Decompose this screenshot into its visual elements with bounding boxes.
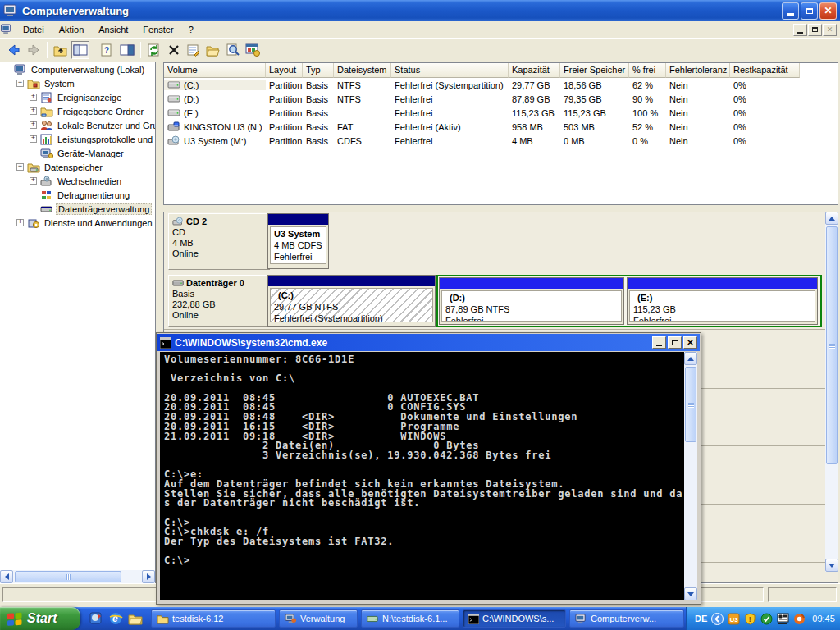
scroll-right-button[interactable] (142, 570, 155, 583)
scroll-up-button[interactable] (825, 212, 838, 225)
expand-expander[interactable]: + (30, 121, 37, 129)
column-header-kapazitaet[interactable]: Kapazität (509, 63, 560, 78)
tree-item-services[interactable]: + Dienste und Anwendungen (0, 216, 155, 230)
tree-item-event-viewer[interactable]: + Ereignisanzeige (0, 90, 155, 104)
tree-item-defrag[interactable]: Defragmentierung (0, 188, 155, 202)
application-icon[interactable] (89, 611, 103, 626)
refresh-button[interactable] (145, 41, 163, 59)
partition-block-d[interactable]: (D:) 87,89 GB NTFS Fehlerfrei (439, 277, 624, 325)
properties-button[interactable] (185, 41, 203, 59)
disk-settings-button[interactable] (244, 41, 262, 59)
child-restore-button[interactable] (808, 24, 822, 36)
scroll-down-button[interactable] (825, 559, 838, 572)
show-tree-button[interactable] (71, 41, 89, 59)
scroll-up-button[interactable] (684, 352, 697, 365)
scrollbar-thumb[interactable] (826, 226, 838, 464)
show-pane-button[interactable] (118, 41, 136, 59)
network-adapter-icon[interactable] (777, 613, 789, 625)
scrollbar-thumb[interactable] (685, 367, 696, 442)
column-header-fehlertoleranz[interactable]: Fehlertoleranz (666, 63, 730, 78)
scroll-left-button[interactable] (0, 570, 13, 583)
open-folder-button[interactable] (204, 41, 222, 59)
collapse-expander[interactable]: − (16, 80, 24, 87)
partition-block-c[interactable]: (C:) 29,77 GB NTFS Fehlerfrei (Systempar… (267, 275, 436, 327)
updater-ring-icon[interactable] (793, 613, 806, 625)
scrollbar-thumb[interactable] (15, 571, 121, 582)
minimize-button[interactable] (782, 2, 799, 20)
start-button[interactable]: Start (0, 607, 80, 630)
back-button[interactable] (5, 41, 23, 59)
pane-splitter[interactable] (163, 205, 838, 212)
table-row[interactable]: (D:) Partition Basis NTFS Fehlerfrei 87,… (164, 92, 838, 106)
tree-item-performance-logs[interactable]: + Leistungsprotokolle und Warnungen (0, 132, 155, 146)
column-header-restkapazitaet[interactable]: Restkapazität (730, 63, 792, 78)
tree-horizontal-scrollbar[interactable] (0, 570, 155, 583)
taskbar-button-verwaltung[interactable]: Verwaltung (279, 609, 358, 628)
expand-expander[interactable]: + (30, 107, 37, 115)
column-header-freier-speicher[interactable]: Freier Speicher (560, 63, 629, 78)
menu-ansicht[interactable]: Ansicht (91, 22, 135, 37)
menu-help[interactable]: ? (181, 22, 201, 37)
tree-item-system[interactable]: − System (0, 76, 155, 90)
security-shield-icon[interactable]: ! (744, 613, 756, 625)
collapse-expander[interactable]: − (16, 163, 24, 171)
expand-expander[interactable]: + (16, 219, 24, 226)
restore-button[interactable] (801, 2, 818, 20)
cmd-maximize-button[interactable] (668, 336, 682, 349)
tree-item-device-manager[interactable]: Geräte-Manager (0, 146, 155, 160)
tree-item-shared-folders[interactable]: + Freigegebene Ordner (0, 104, 155, 118)
expand-expander[interactable]: + (30, 135, 37, 143)
table-row[interactable]: KINGSTON U3 (N:) Partition Basis FAT Feh… (164, 120, 838, 134)
cmd-vertical-scrollbar[interactable] (684, 352, 697, 600)
tree-item-removable-media[interactable]: + Wechselmedien (0, 174, 155, 188)
column-header-volume[interactable]: Volume (164, 63, 266, 78)
view-button[interactable] (224, 41, 242, 59)
taskbar-button-testdisk-n[interactable]: N:\testdisk-6.1... (361, 609, 459, 628)
tree-item-local-users[interactable]: + Lokale Benutzer und Gruppen (0, 118, 155, 132)
cmd-titlebar[interactable]: C:\WINDOWS\system32\cmd.exe ✕ (158, 334, 700, 351)
menu-datei[interactable]: Datei (16, 22, 52, 37)
tree-item-disk-management[interactable]: Datenträgerverwaltung (0, 202, 155, 216)
delete-button[interactable] (165, 41, 183, 59)
column-header-dateisystem[interactable]: Dateisystem (334, 63, 391, 78)
antivirus-check-icon[interactable] (760, 613, 773, 625)
internet-explorer-icon[interactable]: e (108, 611, 123, 626)
expand-expander[interactable]: + (30, 94, 37, 101)
cmd-close-button[interactable]: ✕ (683, 336, 697, 349)
column-header-status[interactable]: Status (391, 63, 509, 78)
menu-aktion[interactable]: Aktion (52, 22, 92, 37)
table-row[interactable]: (E:) Partition Basis Fehlerfrei 115,23 G… (164, 106, 838, 120)
scroll-down-button[interactable] (684, 587, 697, 600)
tree-item-computer-management[interactable]: Computerverwaltung (Lokal) (0, 62, 155, 76)
forward-button[interactable] (25, 41, 43, 59)
child-close-button[interactable]: ✕ (823, 24, 837, 36)
partition-block-u3-system[interactable]: U3 System 4 MB CDFS Fehlerfrei (267, 213, 329, 269)
taskbar-button-testdisk[interactable]: testdisk-6.12 (151, 609, 276, 628)
console-output[interactable]: Volumeseriennummer: 8C66-1D1E Verzeichni… (164, 355, 682, 599)
cmd-minimize-button[interactable] (652, 336, 666, 349)
disk-descriptor-disk0[interactable]: Datenträger 0 Basis 232,88 GB Online (168, 275, 270, 327)
u3-icon[interactable]: U3 (728, 613, 740, 625)
taskbar-button-cmd[interactable]: C:\WINDOWS\s... (463, 609, 566, 628)
taskbar-clock[interactable]: 09:45 (812, 614, 835, 623)
tree-item-storage[interactable]: − Datenspeicher (0, 160, 155, 174)
up-level-button[interactable] (52, 41, 70, 59)
export-list-button[interactable]: ? (98, 41, 116, 59)
table-row[interactable]: (C:) Partition Basis NTFS Fehlerfrei (Sy… (164, 78, 838, 92)
child-minimize-button[interactable] (793, 24, 807, 36)
table-row[interactable]: U3 System (M:) Partition Basis CDFS Fehl… (164, 134, 838, 148)
partition-block-e[interactable]: (E:) 115,23 GB Fehlerfrei (627, 277, 818, 325)
graph-vertical-scrollbar[interactable] (825, 212, 838, 572)
column-header-prozent-frei[interactable]: % frei (629, 63, 666, 78)
cmd-console[interactable]: Volumeseriennummer: 8C66-1D1E Verzeichni… (160, 352, 697, 600)
column-header-typ[interactable]: Typ (303, 63, 334, 78)
expand-expander[interactable]: + (30, 177, 37, 185)
language-indicator[interactable]: DE (695, 614, 707, 623)
chevron-left-icon[interactable] (711, 613, 724, 625)
menu-fenster[interactable]: Fenster (135, 22, 180, 37)
taskbar-button-computerverwaltung[interactable]: Computerverw... (569, 609, 684, 628)
close-button[interactable]: ✕ (819, 2, 837, 20)
windows-explorer-icon[interactable] (128, 611, 143, 626)
disk-descriptor-cd2[interactable]: CD 2 CD 4 MB Online (168, 213, 270, 270)
column-header-layout[interactable]: Layout (266, 63, 303, 78)
